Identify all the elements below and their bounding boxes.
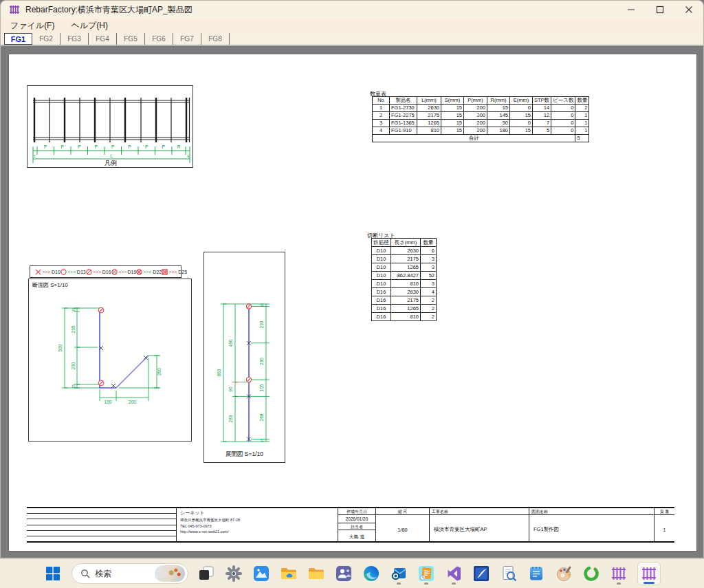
dim-label: 230 — [259, 358, 264, 365]
column-header: R(mm) — [487, 97, 510, 105]
tab-fg7[interactable]: FG7 — [173, 33, 201, 45]
quill-app-button[interactable] — [472, 562, 491, 585]
d22-circle-cross-dot-symbol — [136, 269, 142, 275]
outlook-button[interactable] — [390, 562, 408, 585]
taskbar: 検索 — [0, 558, 704, 588]
d10-cross-symbol — [35, 269, 41, 275]
settings-button[interactable] — [225, 562, 243, 585]
column-header: ピース数 — [551, 97, 575, 105]
dim-label: 15 — [261, 439, 264, 443]
dim-label: P — [78, 144, 80, 149]
dim-label: 200 — [157, 368, 162, 375]
close-button[interactable] — [674, 1, 703, 19]
revision-row — [27, 536, 176, 541]
drawing-column: 図面名称 FG1製作図 — [529, 508, 654, 541]
legend-item-label: D16 — [102, 270, 111, 274]
project-label: 工事名称 — [430, 508, 529, 515]
scale-label: 縮 尺 — [376, 508, 429, 515]
running-indicator — [397, 582, 401, 585]
dim-label: R — [177, 144, 181, 149]
visual-studio-button[interactable] — [445, 562, 463, 585]
taskbar-search[interactable]: 検索 — [72, 563, 188, 584]
edge-button[interactable] — [362, 562, 381, 585]
green-ring-icon — [582, 565, 600, 582]
drawing-canvas: P P P P P P P P R S L E 凡例 — [1, 47, 703, 558]
minimize-button[interactable] — [617, 1, 646, 19]
column-header: No — [373, 97, 390, 105]
notepad-icon — [527, 565, 545, 582]
close-icon — [685, 6, 693, 14]
leader-line — [119, 272, 126, 272]
table-cell: D10 — [372, 263, 391, 272]
table-cell: FG1-1365 — [390, 120, 417, 127]
table-cell: 0 — [551, 120, 575, 127]
expanded-view-drawing: 863 490 90 283 15 230 230 105 268 15 — [204, 252, 286, 464]
table-cell: FG1-2730 — [390, 105, 417, 112]
table-cell: 2630 — [391, 247, 421, 255]
file-search-icon — [500, 565, 518, 582]
table-cell: 15 — [441, 120, 464, 127]
title-block: シーネット 神奈川県横浜市青葉区大場町 87-28 TEL 045-973-09… — [27, 507, 674, 543]
photos-button[interactable] — [252, 562, 271, 585]
rebarfactory-button[interactable] — [610, 562, 628, 585]
tab-fg3[interactable]: FG3 — [60, 33, 89, 45]
table-cell: 200 — [464, 105, 487, 112]
legend-item-label: D10 — [52, 270, 60, 274]
tab-fg4[interactable]: FG4 — [89, 33, 117, 45]
onedrive-folder-icon — [280, 565, 298, 582]
rebar-diagonal-line — [116, 356, 148, 388]
table-cell: 2175 — [391, 255, 421, 263]
green-ring-app-button[interactable] — [582, 562, 601, 585]
table-cell: 1265 — [391, 263, 421, 272]
table-cell: 14 — [533, 105, 551, 112]
table-row: D1626304 — [372, 288, 437, 296]
d19-circle-cross-symbol — [111, 269, 118, 275]
table-row: D108103 — [372, 280, 437, 288]
notepad-button[interactable] — [527, 562, 546, 585]
column-header: P(mm) — [464, 97, 487, 105]
legend-item-d25: D25 — [162, 269, 187, 275]
date-person-column: 作成年月日 2026/01/20 担当者 大島 進 — [338, 508, 375, 541]
maximize-button[interactable] — [646, 1, 674, 19]
table-cell: 6 — [421, 247, 437, 255]
visual-studio-icon — [445, 565, 463, 582]
paint-button[interactable] — [555, 562, 573, 585]
leader-line — [169, 272, 177, 272]
date-label: 作成年月日 — [338, 508, 375, 515]
revision-row — [27, 508, 176, 514]
tab-fg1[interactable]: FG1 — [4, 33, 32, 45]
table-cell: 810 — [417, 127, 441, 135]
table-cell: 200 — [464, 120, 487, 127]
table-cell: 2 — [421, 313, 437, 321]
company-address: 神奈川県横浜市青葉区大場町 87-28 — [180, 518, 334, 523]
tab-fg2[interactable]: FG2 — [32, 33, 60, 45]
table-cell: 180 — [487, 127, 510, 135]
menu-help[interactable]: ヘルプ(H) — [64, 20, 115, 32]
rebarfactory-active-button[interactable] — [637, 562, 661, 585]
file-search-button[interactable] — [500, 562, 518, 585]
task-view-button[interactable] — [197, 562, 216, 585]
tab-fg8[interactable]: FG8 — [201, 33, 230, 45]
dim-label: P — [162, 144, 165, 149]
legend-item-d10: D10 — [35, 269, 60, 275]
start-button[interactable] — [44, 562, 63, 585]
teams-button[interactable] — [335, 562, 353, 585]
table-cell: 52 — [421, 272, 437, 280]
rebarfactory-app-icon — [9, 4, 20, 15]
search-highlight-image[interactable] — [155, 565, 185, 582]
tab-fg6[interactable]: FG6 — [145, 33, 173, 45]
company-info: シーネット 神奈川県横浜市青葉区大場町 87-28 TEL 045-973-09… — [176, 508, 338, 541]
edge-icon — [362, 565, 380, 582]
header-row: 鉄筋径長さ(mm)数量 — [372, 239, 437, 247]
sticky-notes-button[interactable] — [417, 562, 436, 585]
column-header: STP数 — [533, 97, 551, 105]
table-row: D168102 — [372, 313, 437, 321]
legend-item-d19: D19 — [111, 269, 137, 275]
menu-file[interactable]: ファイル(F) — [3, 20, 61, 32]
revision-row — [27, 514, 176, 519]
dim-label: 230 — [71, 362, 76, 369]
tab-fg5[interactable]: FG5 — [117, 33, 145, 45]
onedrive-folder-button[interactable] — [280, 562, 298, 585]
file-explorer-button[interactable] — [307, 562, 326, 585]
section-view-box: 断面図 S=1/10 — [28, 279, 192, 442]
